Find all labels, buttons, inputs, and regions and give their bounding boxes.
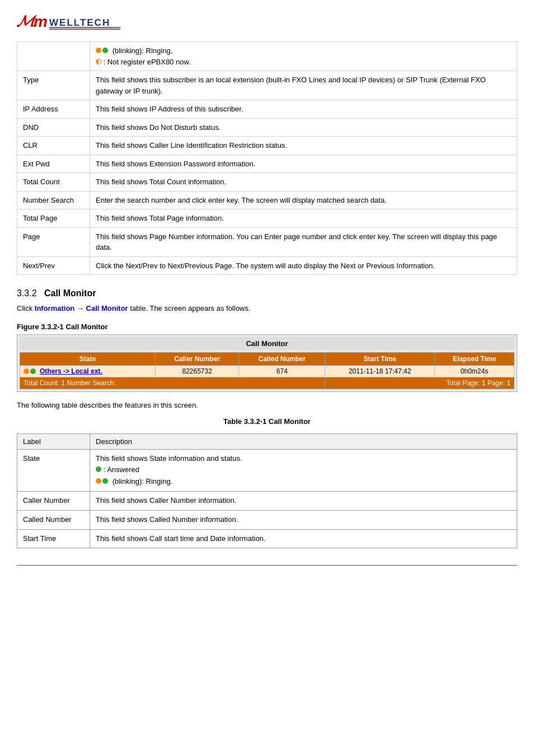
table-cell-content: This field shows Total Page information.	[90, 209, 517, 228]
desc-header-row: Label Description	[17, 433, 517, 449]
table-cell-content: Click the Next/Prev to Next/Previous Pag…	[90, 256, 517, 275]
table-cell-content: This field shows IP Address of this subs…	[90, 100, 517, 119]
table-cell-label: Page	[17, 227, 90, 256]
table-cell-content: This field shows Total Count information…	[90, 173, 517, 192]
state-desc-text: This field shows State information and s…	[96, 453, 511, 465]
cm-state-cell: Others -> Local ext.	[20, 365, 156, 377]
table-row: DND This field shows Do Not Disturb stat…	[17, 118, 517, 137]
answered-label: : Answered	[104, 465, 139, 474]
cm-dot-green	[30, 368, 36, 374]
desc-table-row: Called Number This field shows Called Nu…	[17, 510, 517, 529]
table-cell-label: Ext Pwd	[17, 155, 90, 173]
table-cell-content: This field shows Do Not Disturb status.	[90, 118, 517, 137]
table-cell-label: Type	[17, 71, 90, 100]
table-cell-content: Enter the search number and click enter …	[90, 191, 517, 209]
cm-header-caller: Caller Number	[155, 352, 239, 365]
call-monitor-title: Call Monitor	[20, 337, 514, 350]
desc-content-state: This field shows State information and s…	[90, 449, 517, 491]
ringing-label: (blinking): Ringing.	[113, 477, 173, 486]
desc-content-start: This field shows Call start time and Dat…	[90, 529, 517, 548]
nextprev-desc: Click the Next/Prev to Next/Previous Pag…	[96, 262, 435, 270]
table-cell-content: This field shows Caller Line Identificat…	[90, 137, 517, 155]
cm-footer-row: Total Count: 1 Number Search: Total Page…	[20, 377, 514, 389]
logo-area: 𝓜 m WELLTECH	[17, 11, 517, 31]
following-text: The following table describes the featur…	[17, 400, 517, 412]
state-answered: : Answered	[96, 464, 511, 476]
description-table: Label Description State This field shows…	[17, 433, 517, 549]
table-row: CLR This field shows Caller Line Identif…	[17, 137, 517, 155]
table-row: Number Search Enter the search number an…	[17, 191, 517, 209]
desc-label-start: Start Time	[17, 529, 90, 548]
state-ringing: (blinking): Ringing.	[96, 476, 511, 488]
ringing-dot-orange	[96, 478, 101, 484]
desc-label-state: State	[17, 449, 90, 491]
table-row: Page This field shows Page Number inform…	[17, 227, 517, 256]
table-row: IP Address This field shows IP Address o…	[17, 100, 517, 119]
desc-table-row: Start Time This field shows Call start t…	[17, 529, 517, 548]
cm-elapsed-time: 0h0m24s	[435, 365, 514, 377]
number-search-desc: Enter the search number and click enter …	[96, 196, 387, 204]
desc-content-caller: This field shows Caller Number informati…	[90, 491, 517, 510]
ringing-icon	[96, 478, 108, 484]
table-row: Total Page This field shows Total Page i…	[17, 209, 517, 228]
section-paragraph: Click Information → Call Monitor table. …	[17, 303, 517, 315]
desc-content-called: This field shows Called Number informati…	[90, 510, 517, 529]
blink-label: (blinking): Ringing,	[113, 46, 173, 55]
desc-table-row: Caller Number This field shows Caller Nu…	[17, 491, 517, 510]
logo-svg: m WELLTECH	[34, 11, 123, 31]
para-end-text: table. The screen appears as follows.	[130, 304, 250, 312]
table-cell-label: Total Page	[17, 209, 90, 228]
section-heading: 3.3.2 Call Monitor	[17, 288, 517, 298]
table-cell-label: DND	[17, 118, 90, 137]
cm-data-row: Others -> Local ext. 82265732 674 2011-1…	[20, 365, 514, 377]
table-row: Type This field shows this subscriber is…	[17, 71, 517, 100]
desc-label-called: Called Number	[17, 510, 90, 529]
page-desc: This field shows Page Number information…	[96, 232, 497, 252]
table-cell-label: IP Address	[17, 100, 90, 119]
info-link[interactable]: Information	[35, 304, 75, 312]
half-circle-icon	[96, 59, 101, 64]
cm-header-start: Start Time	[325, 352, 435, 365]
cm-state-link[interactable]: Others -> Local ext.	[40, 367, 102, 375]
desc-header-label: Label	[17, 433, 90, 449]
table-row: Next/Prev Click the Next/Prev to Next/Pr…	[17, 256, 517, 275]
section-title: Call Monitor	[44, 288, 96, 298]
answered-dot	[96, 466, 101, 472]
cm-called-number: 674	[239, 365, 325, 377]
para-click-text: Click	[17, 304, 35, 312]
table-cell-label	[17, 42, 90, 71]
table-cell-content: This field shows Page Number information…	[90, 227, 517, 256]
call-monitor-figure: Call Monitor State Caller Number Called …	[17, 334, 517, 392]
desc-table-title: Table 3.3.2-1 Call Monitor	[17, 417, 517, 426]
desc-table-row: State This field shows State information…	[17, 449, 517, 491]
dot-orange	[96, 48, 101, 53]
cm-dot-orange	[24, 368, 29, 374]
cm-footer-left: Total Count: 1 Number Search:	[20, 377, 325, 389]
arrow-symbol: →	[77, 304, 86, 312]
logo-m-char: 𝓜	[17, 12, 34, 31]
call-monitor-table: State Caller Number Called Number Start …	[20, 352, 514, 389]
cm-footer-right: Total Page: 1 Page: 1	[325, 377, 514, 389]
table-cell-label: Total Count	[17, 173, 90, 192]
figure-label: Figure 3.3.2-1 Call Monitor	[17, 323, 517, 331]
dot-green	[102, 48, 108, 53]
desc-header-desc: Description	[90, 433, 517, 449]
cm-header-state: State	[20, 352, 156, 365]
blink-icon	[96, 48, 108, 53]
cm-header-called: Called Number	[239, 352, 325, 365]
section-number: 3.3.2	[17, 288, 37, 298]
cm-start-time: 2011-11-18 17:47:42	[325, 365, 435, 377]
table-cell-label: Number Search	[17, 191, 90, 209]
table-cell-content: This field shows Extension Password info…	[90, 155, 517, 173]
bottom-rule	[17, 565, 517, 566]
cm-caller-number: 82265732	[155, 365, 239, 377]
logo: 𝓜 m WELLTECH	[17, 11, 517, 31]
call-monitor-link[interactable]: Call Monitor	[86, 304, 128, 312]
table-cell-label: Next/Prev	[17, 256, 90, 275]
table-cell-content: This field shows this subscriber is an l…	[90, 71, 517, 100]
desc-label-caller: Caller Number	[17, 491, 90, 510]
subscriber-info-table: (blinking): Ringing, : Not register ePBX…	[17, 41, 517, 275]
cm-header-row: State Caller Number Called Number Start …	[20, 352, 514, 365]
ringing-dot-green	[102, 478, 108, 484]
table-row: Total Count This field shows Total Count…	[17, 173, 517, 192]
